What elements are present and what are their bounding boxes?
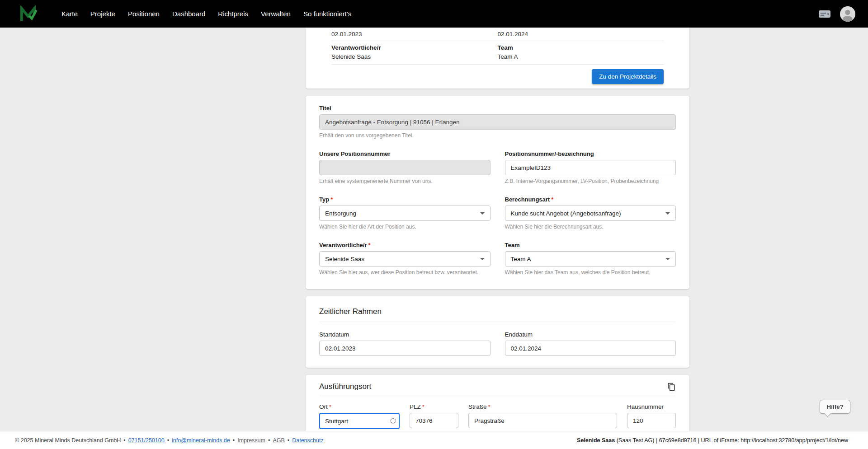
positionsnummer-input[interactable] — [505, 160, 676, 175]
logo-mark-icon — [19, 5, 37, 23]
project-summary-card: 02.01.2023 02.01.2024 Verantwortliche/r … — [306, 28, 689, 89]
divider — [319, 322, 676, 322]
person-icon — [840, 6, 855, 22]
verantwortlicher-select[interactable]: Selenide Saas — [319, 251, 491, 267]
plz-label: PLZ — [410, 403, 421, 410]
unsere-positionsnummer-label: Unsere Positionsnummer — [319, 150, 491, 157]
berechnungsart-select[interactable]: Kunde sucht Angebot (Angebotsanfrage) — [505, 206, 676, 221]
responsible-value: Selenide Saas — [331, 53, 498, 60]
verantwortlicher-label: Verantwortliche/r — [319, 242, 367, 248]
nav-projekte[interactable]: Projekte — [84, 6, 122, 22]
footer: © 2025 Mineral Minds Deutschland GmbH • … — [0, 431, 868, 449]
required-marker: * — [551, 196, 553, 203]
session-info: Selenide Saas (Saas Test AG) | 67c69e8d9… — [577, 437, 848, 444]
zeitlicher-rahmen-title: Zeitlicher Rahmen — [319, 307, 676, 316]
user-avatar[interactable] — [840, 6, 855, 22]
field-helper: Wählen Sie hier das Team aus, welches di… — [505, 269, 676, 276]
email-link[interactable]: info@mineral-minds.de — [172, 437, 230, 444]
copy-icon[interactable] — [667, 383, 676, 391]
verantwortlicher-field: Verantwortliche/r* Selenide Saas Wählen … — [319, 242, 491, 276]
plz-field: PLZ* — [410, 403, 458, 429]
separator: • — [123, 437, 125, 444]
nav-richtpreis[interactable]: Richtpreis — [212, 6, 255, 22]
berechnungsart-field: Berechnungsart* Kunde sucht Angebot (Ang… — [505, 196, 676, 230]
separator: • — [288, 437, 289, 444]
chevron-down-icon — [480, 258, 485, 260]
field-helper: Wählen Sie hier die Art der Position aus… — [319, 224, 491, 230]
position-form-card: Titel Erhält den von uns vorgegebenen Ti… — [306, 96, 689, 289]
verantwortlicher-select-value: Selenide Saas — [325, 256, 364, 262]
ort-field: Ort* — [319, 403, 400, 429]
typ-select[interactable]: Entsorgung — [319, 206, 491, 221]
enddatum-input[interactable] — [505, 341, 676, 356]
field-helper: Erhält eine systemgenerierte Nummer von … — [319, 178, 491, 184]
navbar-right — [818, 6, 855, 22]
team-select-label: Team — [505, 242, 676, 248]
nav-dashboard[interactable]: Dashboard — [166, 6, 212, 22]
mineral-minds-logo[interactable] — [19, 5, 37, 23]
agb-link[interactable]: AGB — [273, 437, 284, 444]
startdatum-field: Startdatum — [319, 331, 491, 356]
zeitlicher-rahmen-card: Zeitlicher Rahmen Startdatum Enddatum — [306, 296, 689, 368]
chevron-down-icon — [665, 212, 670, 215]
ort-input[interactable] — [319, 413, 400, 429]
typ-field: Typ* Entsorgung Wählen Sie hier die Art … — [319, 196, 491, 230]
footer-username: Selenide Saas — [577, 437, 615, 444]
project-start-date: 02.01.2023 — [331, 31, 498, 37]
ausfuehrungsort-title: Ausführungsort — [319, 382, 371, 391]
project-details-button[interactable]: Zu den Projektdetails — [592, 69, 664, 84]
team-select[interactable]: Team A — [505, 251, 676, 267]
team-field: Team Team A Wählen Sie hier das Team aus… — [505, 242, 676, 276]
content-area: 02.01.2023 02.01.2024 Verantwortliche/r … — [306, 28, 689, 448]
team-value: Team A — [498, 53, 664, 60]
titel-input — [319, 114, 676, 130]
team-select-value: Team A — [511, 256, 531, 262]
required-marker: * — [488, 403, 491, 410]
required-marker: * — [368, 242, 370, 248]
chevron-down-icon — [665, 258, 670, 260]
typ-label: Typ — [319, 196, 329, 203]
startdatum-input[interactable] — [319, 341, 491, 356]
help-button[interactable]: Hilfe? — [820, 400, 850, 414]
hausnummer-field: Hausnummer — [627, 403, 676, 429]
berechnungsart-label: Berechnungsart — [505, 196, 550, 203]
nav-positionen[interactable]: Positionen — [122, 6, 166, 22]
nav-so-funktionierts[interactable]: So funktioniert's — [297, 6, 358, 22]
separator: • — [233, 437, 235, 444]
plz-input[interactable] — [410, 413, 458, 428]
separator: • — [268, 437, 270, 444]
required-marker: * — [422, 403, 425, 410]
team-label: Team — [498, 44, 664, 51]
divider — [319, 396, 676, 396]
typ-select-value: Entsorgung — [325, 210, 356, 217]
top-navbar: Karte Projekte Positionen Dashboard Rich… — [0, 0, 868, 28]
required-marker: * — [329, 403, 331, 410]
datenschutz-link[interactable]: Datenschutz — [292, 437, 323, 444]
project-end-date: 02.01.2024 — [498, 31, 664, 37]
field-helper: Z.B. Interne-Vorgangsnummer, LV-Position… — [505, 178, 676, 184]
separator: • — [167, 437, 169, 444]
field-helper: Erhält den von uns vorgegebenen Titel. — [319, 132, 676, 139]
server-icon[interactable] — [818, 9, 831, 19]
field-helper: Wählen Sie hier die Berechnungsart aus. — [505, 224, 676, 230]
hausnummer-input[interactable] — [627, 413, 676, 428]
required-marker: * — [330, 196, 333, 203]
field-helper: Wählen Sie hier aus, wer diese Position … — [319, 269, 491, 276]
responsible-label: Verantwortliche/r — [331, 44, 498, 51]
phone-link[interactable]: 07151/250100 — [128, 437, 165, 444]
nav-karte[interactable]: Karte — [55, 6, 84, 22]
unsere-positionsnummer-field: Unsere Positionsnummer Erhält eine syste… — [319, 150, 491, 184]
main-nav: Karte Projekte Positionen Dashboard Rich… — [55, 6, 818, 22]
positionsnummer-label: Positionsnummer/-bezeichnung — [505, 150, 676, 157]
startdatum-label: Startdatum — [319, 331, 491, 338]
strasse-input[interactable] — [468, 413, 617, 428]
impressum-link[interactable]: Impressum — [237, 437, 265, 444]
loading-spinner-icon — [390, 418, 396, 424]
strasse-label: Straße — [468, 403, 487, 410]
enddatum-field: Enddatum — [505, 331, 676, 356]
nav-verwalten[interactable]: Verwalten — [255, 6, 297, 22]
titel-field: Titel Erhält den von uns vorgegebenen Ti… — [319, 105, 676, 139]
enddatum-label: Enddatum — [505, 331, 676, 338]
strasse-field: Straße* — [468, 403, 617, 429]
footer-session-text: (Saas Test AG) | 67c69e8d9716 | URL of i… — [615, 437, 848, 444]
